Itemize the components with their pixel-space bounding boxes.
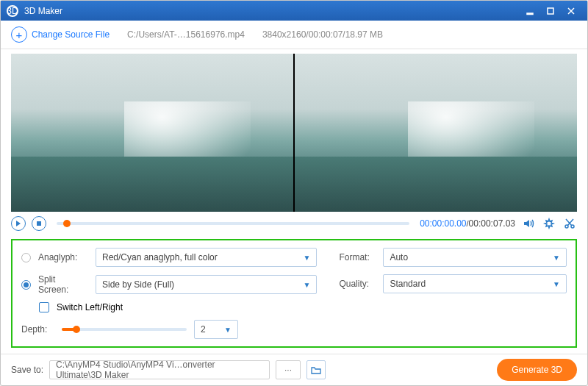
quality-label: Quality:	[339, 279, 376, 289]
anaglyph-select[interactable]: Red/Cyan anaglyph, full color▼	[96, 248, 317, 267]
split-screen-value: Side by Side (Full)	[102, 279, 174, 290]
chevron-down-icon: ▼	[553, 280, 560, 288]
preview-right-frame	[295, 54, 577, 212]
change-source-label: Change Source File	[32, 29, 110, 40]
format-label: Format:	[339, 252, 376, 262]
settings-panel: Anaglyph: Red/Cyan anaglyph, full color▼…	[11, 239, 577, 348]
format-row: Format: Auto▼	[339, 248, 567, 267]
format-value: Auto	[390, 252, 408, 262]
close-button[interactable]	[561, 4, 581, 18]
app-logo-icon: 3D	[7, 5, 18, 17]
change-source-button[interactable]: + Change Source File	[11, 26, 110, 43]
quality-select[interactable]: Standard▼	[383, 274, 567, 293]
depth-select[interactable]: 2▼	[194, 320, 238, 339]
cut-button[interactable]	[562, 216, 577, 231]
time-counter: 00:00:00.00/00:00:07.03	[420, 218, 515, 229]
plus-icon: +	[11, 26, 27, 43]
depth-value: 2	[201, 324, 206, 335]
depth-knob[interactable]	[73, 326, 80, 333]
volume-button[interactable]	[521, 216, 536, 231]
save-path-field[interactable]: C:\AnyMP4 Studio\AnyMP4 Vi…onverter Ulti…	[49, 360, 270, 379]
split-screen-select[interactable]: Side by Side (Full)▼	[96, 275, 317, 294]
settings-right: Format: Auto▼ Quality: Standard▼	[339, 248, 567, 339]
depth-slider[interactable]	[62, 328, 187, 331]
chevron-down-icon: ▼	[224, 326, 232, 334]
anaglyph-row: Anaglyph: Red/Cyan anaglyph, full color▼	[21, 248, 317, 267]
anaglyph-radio[interactable]	[21, 253, 31, 262]
current-time: 00:00:00.00	[420, 218, 466, 229]
minimize-button[interactable]	[520, 4, 540, 18]
total-time: 00:00:07.03	[469, 218, 515, 229]
switch-left-right-checkbox[interactable]	[39, 302, 49, 312]
footer: Save to: C:\AnyMP4 Studio\AnyMP4 Vi…onve…	[1, 354, 587, 385]
preview-left-frame	[11, 54, 293, 212]
svg-rect-2	[37, 221, 41, 226]
save-to-label: Save to:	[11, 365, 43, 375]
svg-rect-1	[548, 8, 553, 14]
video-preview	[11, 54, 577, 212]
switch-left-right-label: Switch Left/Right	[57, 302, 123, 312]
title-bar: 3D 3D Maker	[1, 1, 587, 21]
open-folder-button[interactable]	[306, 360, 326, 379]
depth-label: Depth:	[21, 324, 54, 335]
svg-rect-0	[527, 13, 533, 15]
settings-left: Anaglyph: Red/Cyan anaglyph, full color▼…	[21, 248, 317, 339]
browse-button[interactable]: ···	[276, 360, 301, 379]
quality-row: Quality: Standard▼	[339, 274, 567, 293]
chevron-down-icon: ▼	[553, 254, 560, 262]
depth-row: Depth: 2▼	[21, 320, 317, 339]
snapshot-button[interactable]	[542, 216, 556, 231]
anaglyph-value: Red/Cyan anaglyph, full color	[102, 252, 218, 262]
toolbar: + Change Source File C:/Users/AT-…156169…	[1, 21, 587, 49]
maximize-button[interactable]	[540, 4, 561, 18]
chevron-down-icon: ▼	[304, 281, 311, 289]
split-screen-label: Split Screen:	[38, 274, 88, 295]
switch-row: Switch Left/Right	[21, 302, 317, 312]
anaglyph-label: Anaglyph:	[38, 252, 88, 262]
stop-button[interactable]	[32, 216, 46, 231]
split-screen-radio[interactable]	[21, 280, 31, 290]
generate-3d-button[interactable]: Generate 3D	[497, 359, 577, 381]
chevron-down-icon: ▼	[304, 254, 311, 262]
timeline-knob[interactable]	[63, 220, 71, 227]
player-bar: 00:00:00.00/00:00:07.03	[1, 212, 587, 236]
app-window: 3D 3D Maker + Change Source File C:/User…	[0, 0, 588, 386]
app-title: 3D Maker	[24, 6, 520, 16]
source-file-info: 3840x2160/00:00:07/18.97 MB	[262, 29, 383, 40]
split-screen-row: Split Screen: Side by Side (Full)▼	[21, 274, 317, 295]
source-file-path: C:/Users/AT-…15616976.mp4	[127, 29, 245, 40]
generate-label: Generate 3D	[512, 365, 562, 375]
format-select[interactable]: Auto▼	[383, 248, 567, 267]
quality-value: Standard	[390, 279, 426, 289]
play-button[interactable]	[11, 216, 26, 231]
timeline-slider[interactable]	[57, 222, 409, 225]
